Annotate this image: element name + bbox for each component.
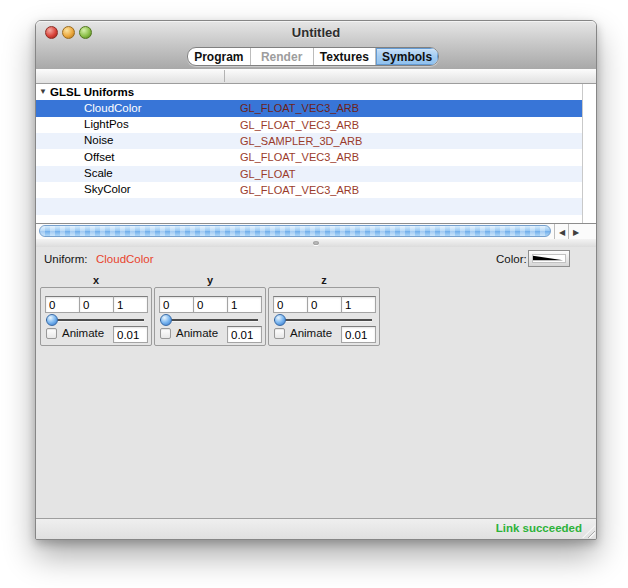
group-title: z: [268, 274, 380, 286]
outline-row-skycolor[interactable]: SkyColor GL_FLOAT_VEC3_ARB: [36, 182, 596, 198]
window-title: Untitled: [36, 25, 596, 40]
tab-symbols[interactable]: Symbols: [375, 48, 438, 65]
scrollbar-thumb[interactable]: [39, 225, 551, 237]
animate-label: Animate: [290, 327, 332, 339]
group-label: GLSL Uniforms: [50, 86, 134, 98]
outline-row-lightpos[interactable]: LightPos GL_FLOAT_VEC3_ARB: [36, 117, 596, 133]
slider-knob[interactable]: [160, 314, 172, 326]
value-field[interactable]: [307, 296, 342, 313]
outline-row-offset[interactable]: Offset GL_FLOAT_VEC3_ARB: [36, 149, 596, 165]
uniform-name: Scale: [84, 167, 113, 179]
uniform-type: GL_SAMPLER_3D_ARB: [240, 135, 362, 147]
value-field[interactable]: [79, 296, 114, 313]
uniform-label: Uniform:: [44, 253, 87, 265]
value-field[interactable]: [113, 296, 148, 313]
uniform-name: SkyColor: [84, 183, 131, 195]
outline-row-noise[interactable]: Noise GL_SAMPLER_3D_ARB: [36, 133, 596, 149]
value-slider[interactable]: [46, 314, 144, 326]
outline-row-scale[interactable]: Scale GL_FLOAT: [36, 166, 596, 182]
empty-row: [36, 215, 596, 223]
splitter-dimple-icon[interactable]: [313, 241, 319, 245]
group-title: x: [40, 274, 152, 286]
slider-track[interactable]: [160, 319, 258, 321]
uniform-type: GL_FLOAT_VEC3_ARB: [240, 102, 359, 114]
group-body: Animate: [268, 287, 380, 346]
group-title: y: [154, 274, 266, 286]
group-body: Animate: [40, 287, 152, 346]
disclosure-triangle-icon[interactable]: ▼: [39, 87, 47, 96]
tab-bar: Program Render Textures Symbols: [187, 47, 439, 66]
animate-label: Animate: [176, 327, 218, 339]
outline-row-cloudcolor[interactable]: CloudColor GL_FLOAT_VEC3_ARB: [36, 100, 596, 116]
uniform-type: GL_FLOAT_VEC3_ARB: [240, 119, 359, 131]
step-field[interactable]: [341, 326, 376, 343]
color-wedge-icon: [533, 255, 565, 262]
step-field[interactable]: [113, 326, 148, 343]
slider-knob[interactable]: [46, 314, 58, 326]
value-field[interactable]: [193, 296, 228, 313]
value-field[interactable]: [45, 296, 80, 313]
slider-track[interactable]: [274, 319, 372, 321]
component-group-z: z Animate: [268, 274, 380, 346]
title-bar[interactable]: Untitled Program Render Textures Symbols: [36, 21, 596, 70]
value-slider[interactable]: [160, 314, 258, 326]
outline-group-row[interactable]: ▼ GLSL Uniforms: [36, 84, 596, 100]
group-body: Animate: [154, 287, 266, 346]
tab-render[interactable]: Render: [250, 48, 313, 65]
animate-checkbox[interactable]: [160, 328, 171, 339]
scroll-left-icon: ◀: [559, 228, 565, 237]
tab-program[interactable]: Program: [188, 48, 250, 65]
animate-checkbox[interactable]: [274, 328, 285, 339]
outline-column-header: [36, 69, 596, 84]
uniform-value: CloudColor: [96, 253, 154, 265]
color-swatch: [532, 254, 566, 263]
empty-row: [36, 198, 596, 214]
step-field[interactable]: [227, 326, 262, 343]
value-slider[interactable]: [274, 314, 372, 326]
status-bar: Link succeeded: [36, 518, 596, 539]
vertical-scrollbar-track[interactable]: [582, 84, 596, 223]
resize-grip[interactable]: [582, 525, 595, 538]
splitter-handle[interactable]: [36, 239, 596, 247]
uniforms-outline: ▼ GLSL Uniforms CloudColor GL_FLOAT_VEC3…: [36, 84, 596, 223]
scroll-right-icon: ▶: [573, 228, 579, 237]
value-field[interactable]: [159, 296, 194, 313]
uniform-type: GL_FLOAT: [240, 168, 295, 180]
scroll-right-button[interactable]: ▶: [568, 224, 583, 240]
value-field[interactable]: [227, 296, 262, 313]
tab-textures[interactable]: Textures: [313, 48, 376, 65]
color-label: Color:: [496, 253, 527, 265]
uniform-type: GL_FLOAT_VEC3_ARB: [240, 151, 359, 163]
animate-checkbox[interactable]: [46, 328, 57, 339]
component-group-x: x Animate: [40, 274, 152, 346]
uniform-type: GL_FLOAT_VEC3_ARB: [240, 184, 359, 196]
column-divider[interactable]: [224, 70, 225, 82]
status-text: Link succeeded: [496, 522, 582, 534]
value-field[interactable]: [273, 296, 308, 313]
window: Untitled Program Render Textures Symbols…: [35, 20, 597, 540]
value-field[interactable]: [341, 296, 376, 313]
horizontal-scrollbar[interactable]: ◀ ▶: [36, 223, 596, 240]
slider-knob[interactable]: [274, 314, 286, 326]
animate-label: Animate: [62, 327, 104, 339]
uniform-name: CloudColor: [84, 102, 142, 114]
color-well[interactable]: [528, 250, 570, 267]
uniform-name: Offset: [84, 151, 114, 163]
uniform-name: Noise: [84, 134, 113, 146]
slider-track[interactable]: [46, 319, 144, 321]
scroll-left-button[interactable]: ◀: [554, 224, 569, 240]
component-group-y: y Animate: [154, 274, 266, 346]
inspector-pane: Uniform: CloudColor Color: x Animate: [36, 247, 596, 519]
uniform-name: LightPos: [84, 118, 129, 130]
